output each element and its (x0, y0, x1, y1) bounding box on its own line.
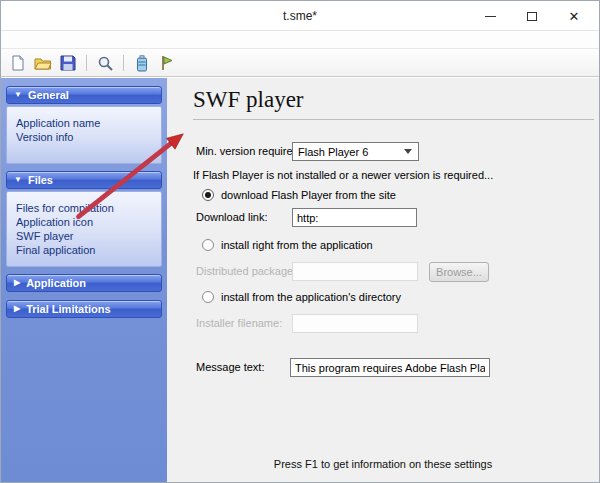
radio-install-from-directory[interactable]: install from the application's directory (202, 291, 401, 303)
publish-button[interactable] (157, 53, 177, 73)
sidebar-section-files[interactable]: ▼ Files (6, 171, 162, 189)
window-controls: ✕ (469, 1, 595, 31)
radio-download-from-site[interactable]: download Flash Player from the site (202, 189, 396, 201)
toolbar-separator (86, 55, 87, 71)
maximize-icon (527, 12, 537, 21)
compile-icon (136, 55, 148, 72)
chevron-right-icon: ▶ (14, 279, 20, 287)
message-text-input[interactable] (290, 358, 490, 377)
toolbar-separator (123, 55, 124, 71)
browse-button: Browse... (429, 262, 489, 282)
installer-filename-label: Installer filename: (196, 314, 282, 333)
radio-install-dir-label: install from the application's directory (221, 291, 401, 303)
close-button[interactable]: ✕ (553, 1, 595, 31)
radio-selected-icon (202, 189, 214, 201)
sidebar-section-label: Trial Limitations (26, 303, 110, 315)
message-text-label: Message text: (196, 358, 264, 377)
sidebar: ▼ General Application name Version info … (1, 78, 167, 482)
min-version-label: Min. version required: (196, 142, 302, 161)
sidebar-item-application-icon[interactable]: Application icon (16, 216, 155, 230)
distributed-package-input (292, 262, 418, 281)
open-file-button[interactable] (33, 53, 53, 73)
magnifier-icon (97, 55, 114, 72)
sidebar-section-trial-limitations[interactable]: ▶ Trial Limitations (6, 300, 162, 318)
min-version-value: Flash Player 6 (298, 146, 368, 158)
preview-button[interactable] (95, 53, 115, 73)
window-body: ▼ General Application name Version info … (1, 78, 599, 482)
chevron-right-icon: ▶ (14, 305, 20, 313)
title-bar: t.sme* ✕ (1, 1, 599, 31)
condition-text: If Flash Player is not installed or a ne… (193, 166, 493, 185)
chevron-down-icon: ▼ (14, 176, 22, 184)
settings-panel: SWF player Min. version required: Flash … (167, 78, 599, 482)
new-file-button[interactable] (8, 53, 28, 73)
sidebar-panel-general: Application name Version info (6, 106, 162, 164)
sidebar-panel-files: Files for compilation Application icon S… (6, 191, 162, 267)
sidebar-item-application-name[interactable]: Application name (16, 117, 155, 131)
compile-button[interactable] (132, 53, 152, 73)
sidebar-item-version-info[interactable]: Version info (16, 131, 155, 145)
page-title: SWF player (193, 87, 304, 113)
help-hint: Press F1 to get information on these set… (167, 458, 599, 470)
sidebar-section-label: Application (26, 277, 86, 289)
minimize-icon (485, 16, 496, 17)
run-flag-icon (161, 55, 174, 71)
sidebar-item-final-application[interactable]: Final application (16, 244, 155, 258)
sidebar-section-application[interactable]: ▶ Application (6, 274, 162, 292)
minimize-button[interactable] (469, 1, 511, 31)
min-version-select[interactable]: Flash Player 6 (292, 142, 419, 161)
sidebar-section-label: General (28, 89, 69, 101)
sidebar-item-files-for-compilation[interactable]: Files for compilation (16, 202, 155, 216)
save-file-button[interactable] (58, 53, 78, 73)
radio-unselected-icon (202, 291, 214, 303)
app-window: t.sme* ✕ (0, 0, 600, 483)
chevron-down-icon: ▼ (14, 91, 22, 99)
menu-strip (1, 32, 599, 49)
new-file-icon (10, 55, 26, 71)
installer-filename-input (292, 314, 418, 333)
radio-download-label: download Flash Player from the site (221, 189, 396, 201)
open-folder-icon (34, 55, 52, 71)
download-link-label: Download link: (196, 208, 268, 227)
radio-install-from-app[interactable]: install right from the application (202, 239, 373, 251)
download-link-input[interactable] (292, 208, 417, 227)
sidebar-item-swf-player[interactable]: SWF player (16, 230, 155, 244)
title-divider (193, 119, 594, 120)
chevron-down-icon (404, 149, 412, 154)
maximize-button[interactable] (511, 1, 553, 31)
save-icon (60, 55, 76, 71)
toolbar (1, 50, 599, 77)
radio-install-app-label: install right from the application (221, 239, 373, 251)
close-icon: ✕ (569, 9, 580, 24)
distributed-package-label: Distributed package: (196, 262, 296, 281)
radio-unselected-icon (202, 239, 214, 251)
sidebar-section-general[interactable]: ▼ General (6, 86, 162, 104)
sidebar-section-label: Files (28, 174, 53, 186)
